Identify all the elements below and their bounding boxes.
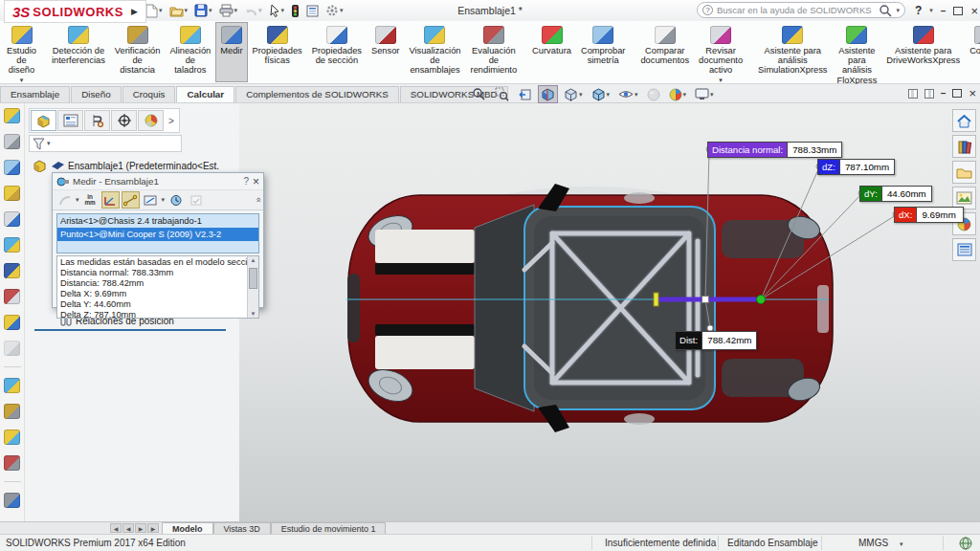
- selection-item-point[interactable]: Punto<1>@Mini Cooper S (2009) V2.3-2: [57, 228, 258, 241]
- floxpress-wizard-button[interactable]: Asistente para análisis FloXpress: [832, 22, 881, 82]
- simulationxpress-wizard-button[interactable]: Asistente para análisis SimulationXpress: [753, 22, 832, 82]
- options-button[interactable]: ▾: [323, 3, 345, 18]
- tab-diseno[interactable]: Diseño: [71, 86, 122, 102]
- zoom-to-area-button[interactable]: [492, 85, 512, 103]
- help-search-box[interactable]: ? Buscar en la ayuda de SOLIDWORKS ▾: [697, 2, 905, 18]
- show-hidden-components-icon[interactable]: [4, 237, 20, 253]
- minimize-button[interactable]: –: [941, 6, 947, 16]
- pane-right-icon[interactable]: [924, 89, 934, 99]
- attachments-icon[interactable]: [4, 134, 20, 149]
- collapse-dialog-chevrons-icon[interactable]: »: [253, 197, 262, 202]
- doc-minimize-button[interactable]: –: [941, 88, 947, 99]
- close-button[interactable]: ×: [970, 4, 978, 18]
- measure-button[interactable]: Medir: [215, 22, 247, 82]
- assembly-visualization-button[interactable]: Visualización de ensamblajes: [404, 22, 465, 82]
- open-document-button[interactable]: ▾: [167, 4, 190, 18]
- performance-evaluation-button[interactable]: Evaluación de rendimiento: [466, 22, 523, 82]
- units-caret-icon[interactable]: ▾: [900, 540, 903, 548]
- custom-properties-button[interactable]: [952, 238, 976, 261]
- smart-fasteners-icon[interactable]: [4, 186, 20, 201]
- next-tab-icon[interactable]: ▶: [135, 523, 146, 533]
- selection-item-edge[interactable]: Arista<1>@Chasis 2.4 trabajando-1: [57, 214, 258, 228]
- pane-left-icon[interactable]: [908, 89, 918, 99]
- units-selector[interactable]: MMGS: [858, 538, 888, 548]
- tree-root-item[interactable]: Ensamblaje1 (Predeterminado<Est.: [33, 159, 235, 172]
- view-orientation-button[interactable]: ▾: [561, 85, 586, 103]
- check-symmetry-button[interactable]: Comprobar simetría: [576, 22, 631, 82]
- measure-dialog-titlebar[interactable]: Medir - Ensamblaje1 ? ×: [53, 173, 263, 189]
- tab-estudio-movimiento[interactable]: Estudio de movimiento 1: [271, 522, 387, 534]
- first-tab-icon[interactable]: ◀: [110, 523, 122, 533]
- review-active-document-button[interactable]: Revisar documento activo ▾: [694, 22, 747, 82]
- home-tab-button[interactable]: [952, 109, 976, 132]
- tab-ensamblaje[interactable]: Ensamblaje: [0, 86, 70, 102]
- compare-documents-button[interactable]: Comparar documentos: [635, 22, 694, 82]
- mate-icon[interactable]: [4, 315, 20, 330]
- insert-components-icon[interactable]: [4, 108, 20, 123]
- reference-geometry-icon[interactable]: [4, 289, 20, 304]
- propertymanager-tab[interactable]: [57, 110, 83, 131]
- doc-close-button[interactable]: ×: [969, 86, 976, 100]
- measurement-projection-button[interactable]: [142, 191, 160, 209]
- solidworks-logo[interactable]: 3S SOLIDWORKS ▶: [4, 0, 146, 23]
- performance-evaluation-small-icon[interactable]: [4, 455, 20, 471]
- driveworksxpress-wizard-button[interactable]: Asistente para DriveWorksXpress: [881, 22, 965, 82]
- delta-y-callout[interactable]: dY: 44.60mm: [859, 186, 932, 202]
- section-properties-button[interactable]: Propiedades de sección: [307, 22, 367, 82]
- curvature-button[interactable]: Curvatura: [527, 22, 576, 82]
- hole-alignment-button[interactable]: Alineación de taladros: [165, 22, 215, 82]
- tab-complementos[interactable]: Complementos de SOLIDWORKS: [235, 86, 399, 102]
- hide-show-items-button[interactable]: ▾: [615, 86, 641, 102]
- sensor-button[interactable]: Sensor: [367, 22, 404, 82]
- doc-restore-button[interactable]: [952, 89, 962, 98]
- point-to-point-measure-button[interactable]: [122, 191, 140, 209]
- scroll-down-icon[interactable]: ▼: [249, 311, 257, 317]
- tree-filter-box[interactable]: ▾: [29, 135, 182, 152]
- show-xyz-measurements-button[interactable]: [101, 191, 120, 209]
- design-library-button[interactable]: [952, 135, 976, 158]
- fm-expand-arrow-icon[interactable]: >: [165, 116, 178, 126]
- select-button[interactable]: ▾: [267, 3, 287, 18]
- normal-distance-callout[interactable]: Distancia normal: 788.33mm: [707, 142, 842, 158]
- scroll-thumb[interactable]: [249, 268, 257, 289]
- file-explorer-button[interactable]: [952, 161, 976, 184]
- delta-x-callout[interactable]: dX: 9.69mm: [894, 207, 964, 223]
- scroll-up-icon[interactable]: ▲: [249, 257, 257, 263]
- apply-scene-button[interactable]: ▾: [666, 86, 690, 103]
- save-button[interactable]: ▾: [192, 3, 214, 18]
- interference-detection-button[interactable]: Detección de interferencias: [47, 22, 110, 82]
- configurationmanager-tab[interactable]: [84, 110, 110, 131]
- zoom-to-fit-button[interactable]: [469, 85, 489, 103]
- car-model-top-view[interactable]: [346, 182, 835, 435]
- section-view-button[interactable]: [538, 85, 558, 103]
- tab-calcular[interactable]: Calcular: [176, 86, 234, 102]
- graphics-viewport[interactable]: Distancia normal: 788.33mm dZ: 787.10mm …: [239, 103, 980, 521]
- delta-z-callout[interactable]: dZ: 787.10mm: [817, 159, 895, 175]
- costing-button[interactable]: Costing: [965, 22, 980, 82]
- measure-dialog-close[interactable]: ×: [253, 175, 259, 188]
- last-tab-icon[interactable]: ▶: [147, 523, 159, 533]
- assembly-features-icon[interactable]: [4, 263, 20, 278]
- tab-modelo[interactable]: Modelo: [162, 522, 213, 534]
- featuremanager-tree-tab[interactable]: [31, 110, 56, 131]
- prev-tab-icon[interactable]: ◀: [122, 523, 134, 533]
- restore-button[interactable]: [953, 7, 963, 15]
- mass-properties-button[interactable]: Propiedades físicas: [248, 22, 307, 82]
- move-component-icon[interactable]: [4, 211, 20, 227]
- globe-icon[interactable]: [959, 537, 972, 550]
- results-scrollbar[interactable]: ▲ ▼: [247, 256, 258, 318]
- measure-dialog-help[interactable]: ?: [243, 176, 249, 187]
- take-snapshot-icon[interactable]: [4, 493, 20, 508]
- print-button[interactable]: ▾: [217, 3, 240, 18]
- tab-vistas-3d[interactable]: Vistas 3D: [213, 522, 271, 534]
- edit-appearance-button[interactable]: [644, 86, 663, 103]
- dimxpertmanager-tab[interactable]: [111, 110, 137, 131]
- display-style-button[interactable]: ▾: [589, 85, 613, 103]
- displaymanager-tab[interactable]: [138, 110, 164, 131]
- view-settings-button[interactable]: ▾: [692, 86, 717, 102]
- clearance-verification-small-icon[interactable]: [4, 404, 20, 419]
- selection-item-empty[interactable]: [57, 241, 258, 253]
- units-precision-button[interactable]: in mm: [81, 191, 100, 209]
- help-button[interactable]: ?: [915, 4, 922, 17]
- rebuild-button[interactable]: [289, 3, 301, 19]
